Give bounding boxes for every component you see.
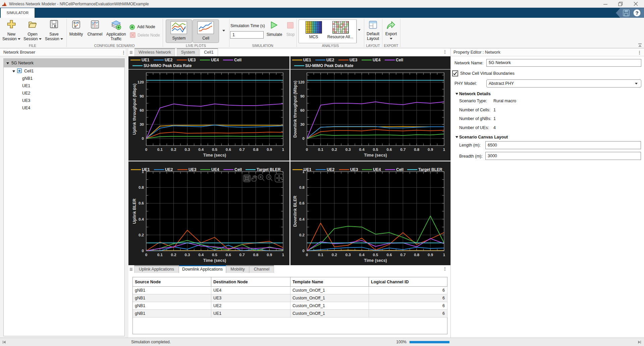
- svg-text:1: 1: [443, 253, 445, 257]
- svg-text:SU-MIMO Peak Data Rate: SU-MIMO Peak Data Rate: [144, 63, 192, 68]
- svg-text:Time (secs): Time (secs): [364, 258, 387, 263]
- svg-text:0.2: 0.2: [299, 233, 305, 237]
- svg-text:Time (secs): Time (secs): [203, 258, 226, 263]
- svg-text:90: 90: [300, 94, 305, 98]
- svg-text:0.8: 0.8: [414, 148, 420, 152]
- svg-text:UE3: UE3: [188, 58, 196, 62]
- svg-text:0.9: 0.9: [428, 148, 433, 152]
- svg-text:UE2: UE2: [326, 58, 334, 62]
- svg-text:0.8: 0.8: [139, 185, 144, 189]
- svg-text:0.2: 0.2: [171, 148, 176, 152]
- svg-text:SU-MIMO Peak Data Rate: SU-MIMO Peak Data Rate: [305, 63, 354, 68]
- svg-text:UE4: UE4: [211, 167, 219, 172]
- svg-text:0.6: 0.6: [386, 253, 392, 257]
- svg-text:0.7: 0.7: [239, 253, 245, 257]
- svg-text:0.5: 0.5: [373, 253, 379, 257]
- svg-text:90: 90: [140, 94, 144, 98]
- svg-text:0.3: 0.3: [184, 148, 190, 152]
- svg-text:0.3: 0.3: [345, 253, 351, 257]
- svg-text:0.2: 0.2: [332, 253, 337, 257]
- svg-text:0.6: 0.6: [226, 253, 231, 257]
- svg-text:UE1: UE1: [304, 167, 312, 172]
- svg-text:0.9: 0.9: [267, 148, 272, 152]
- svg-text:0.8: 0.8: [299, 185, 305, 189]
- svg-text:0.9: 0.9: [428, 253, 433, 257]
- svg-text:0.7: 0.7: [400, 148, 406, 152]
- svg-text:0.3: 0.3: [184, 253, 190, 257]
- svg-text:0.2: 0.2: [171, 253, 176, 257]
- svg-text:0.2: 0.2: [139, 233, 144, 237]
- svg-text:0: 0: [303, 249, 305, 253]
- svg-text:0.7: 0.7: [400, 253, 406, 257]
- svg-text:0: 0: [303, 136, 305, 140]
- svg-text:30: 30: [140, 122, 144, 126]
- svg-text:?: ?: [635, 10, 638, 16]
- svg-text:UE2: UE2: [327, 167, 335, 172]
- svg-text:0.6: 0.6: [299, 201, 305, 205]
- svg-text:0.1: 0.1: [157, 148, 163, 152]
- svg-text:UE1: UE1: [303, 58, 311, 62]
- svg-text:Time (secs): Time (secs): [364, 153, 387, 158]
- svg-text:0.5: 0.5: [212, 253, 218, 257]
- svg-text:UE3: UE3: [189, 167, 197, 172]
- svg-text:0.1: 0.1: [157, 253, 163, 257]
- svg-text:Time (secs): Time (secs): [203, 153, 226, 158]
- svg-text:0.6: 0.6: [139, 201, 144, 205]
- svg-text:0.2: 0.2: [332, 148, 337, 152]
- svg-text:0.9: 0.9: [267, 253, 272, 257]
- svg-text:0.3: 0.3: [345, 148, 351, 152]
- svg-text:0.6: 0.6: [226, 148, 231, 152]
- svg-text:UE1: UE1: [142, 167, 150, 172]
- svg-text:UE3: UE3: [350, 167, 358, 172]
- svg-text:0.1: 0.1: [318, 253, 324, 257]
- svg-text:0: 0: [306, 253, 308, 257]
- svg-text:Cell: Cell: [396, 58, 403, 62]
- svg-text:0.5: 0.5: [212, 148, 218, 152]
- svg-text:0.4: 0.4: [198, 148, 204, 152]
- svg-text:Cell: Cell: [234, 167, 242, 172]
- svg-text:0: 0: [142, 136, 144, 140]
- svg-text:UE2: UE2: [165, 167, 173, 172]
- svg-text:Uplink BLER: Uplink BLER: [132, 198, 137, 224]
- svg-text:Target BLER: Target BLER: [257, 167, 281, 172]
- svg-text:30: 30: [300, 122, 305, 126]
- svg-text:0.4: 0.4: [359, 253, 365, 257]
- svg-text:1: 1: [282, 253, 284, 257]
- svg-text:0: 0: [145, 253, 147, 257]
- svg-text:0.4: 0.4: [299, 217, 305, 221]
- svg-text:0.8: 0.8: [253, 253, 259, 257]
- svg-text:Uplink throughput (Mbps): Uplink throughput (Mbps): [132, 83, 137, 135]
- svg-text:0.8: 0.8: [414, 253, 420, 257]
- svg-text:0.8: 0.8: [253, 148, 259, 152]
- svg-text:Downlink throughput (Mbps): Downlink throughput (Mbps): [293, 80, 298, 137]
- svg-text:0.4: 0.4: [198, 253, 204, 257]
- svg-text:Cell: Cell: [396, 167, 404, 172]
- svg-text:0.4: 0.4: [359, 148, 365, 152]
- svg-text:0: 0: [145, 148, 147, 152]
- svg-text:Downlink BLER: Downlink BLER: [293, 195, 298, 227]
- svg-text:0.4: 0.4: [139, 217, 144, 221]
- svg-text:0: 0: [142, 249, 144, 253]
- svg-text:UE3: UE3: [350, 58, 358, 62]
- svg-text:60: 60: [300, 108, 305, 112]
- svg-text:Cell: Cell: [234, 58, 241, 62]
- svg-text:0.5: 0.5: [373, 148, 379, 152]
- svg-text:UE4: UE4: [373, 58, 381, 62]
- svg-text:0: 0: [306, 148, 308, 152]
- svg-text:120: 120: [298, 80, 305, 84]
- svg-text:120: 120: [138, 80, 144, 84]
- svg-text:1: 1: [282, 148, 284, 152]
- svg-text:0.6: 0.6: [386, 148, 392, 152]
- svg-text:0.1: 0.1: [318, 148, 324, 152]
- svg-text:UE1: UE1: [142, 58, 150, 62]
- svg-text:Target BLER: Target BLER: [418, 167, 442, 172]
- svg-text:0.7: 0.7: [239, 148, 245, 152]
- svg-text:60: 60: [140, 108, 144, 112]
- svg-text:1: 1: [443, 148, 445, 152]
- svg-text:UE2: UE2: [165, 58, 173, 62]
- svg-text:UE4: UE4: [211, 58, 219, 62]
- svg-text:UE4: UE4: [373, 167, 381, 172]
